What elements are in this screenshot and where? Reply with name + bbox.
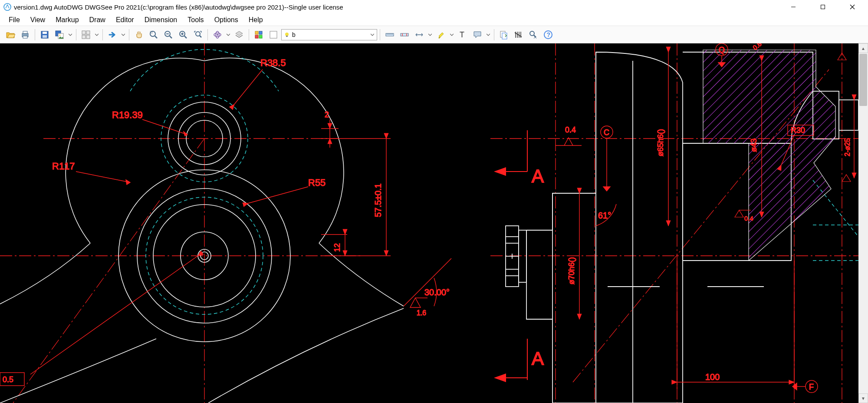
menu-file[interactable]: File: [3, 15, 25, 25]
scroll-down-button[interactable]: ▼: [858, 393, 868, 403]
help-button[interactable]: ?: [541, 28, 555, 42]
find-button[interactable]: A: [526, 28, 540, 42]
measure-area-button[interactable]: [412, 28, 426, 42]
minimize-button[interactable]: [785, 1, 802, 13]
toolbar-separator: [494, 29, 494, 40]
left-view: R38.5 R19.39 R117 R55: [0, 43, 451, 403]
svg-line-93: [404, 258, 451, 306]
measure-dropdown[interactable]: [427, 28, 433, 42]
thumbnail-button[interactable]: [79, 28, 93, 42]
toolbar-separator: [249, 29, 249, 40]
dim-r117: R117: [52, 161, 75, 172]
close-button[interactable]: [844, 1, 861, 13]
datum-f: F: [809, 383, 814, 391]
svg-rect-15: [86, 31, 90, 34]
lightbulb-icon: [284, 32, 289, 37]
menu-editor[interactable]: Editor: [111, 15, 139, 25]
copy-clipboard-button[interactable]: [497, 28, 511, 42]
zoom-window-button[interactable]: [147, 28, 161, 42]
tol-0-5: 0.5: [3, 375, 13, 384]
svg-rect-33: [255, 31, 258, 34]
svg-rect-35: [255, 35, 258, 38]
dim-angle-61: 61°: [598, 211, 611, 220]
svg-point-18: [150, 31, 155, 36]
dim-dia-65h6: ø65h6(): [656, 129, 665, 156]
count-button[interactable]: [512, 28, 526, 42]
svg-line-29: [200, 36, 201, 37]
thumbnail-dropdown[interactable]: [94, 28, 100, 42]
svg-rect-6: [23, 31, 27, 33]
svg-line-25: [184, 36, 187, 38]
open-button[interactable]: [3, 28, 17, 42]
svg-rect-14: [82, 31, 85, 34]
menu-tools[interactable]: Tools: [182, 15, 209, 25]
svg-point-32: [217, 34, 218, 36]
titlebar: version1.dwg AutoDWG DWGSee Pro 2021(c:\…: [0, 0, 868, 14]
layer-props-button[interactable]: [252, 28, 266, 42]
toolbar: T A ?: [0, 26, 868, 43]
menu-help[interactable]: Help: [243, 15, 268, 25]
maximize-button[interactable]: [814, 1, 832, 13]
scroll-track[interactable]: [858, 53, 868, 393]
highlight-button[interactable]: [434, 28, 448, 42]
menu-options[interactable]: Options: [209, 15, 243, 25]
zoom-out-button[interactable]: [161, 28, 175, 42]
svg-rect-10: [43, 35, 47, 38]
menu-markup[interactable]: Markup: [50, 15, 84, 25]
zoom-extents-button[interactable]: [191, 28, 205, 42]
scroll-thumb[interactable]: [859, 54, 867, 106]
layers-button[interactable]: [232, 28, 246, 42]
dim-dia-43: ø43: [750, 139, 758, 152]
surf-0-4a: 0.4: [565, 126, 576, 134]
svg-rect-36: [259, 35, 262, 38]
section-a-top: A: [532, 166, 544, 186]
comment-button[interactable]: [470, 28, 484, 42]
forward-button[interactable]: [105, 28, 119, 42]
svg-rect-37: [270, 31, 277, 38]
forward-dropdown[interactable]: [120, 28, 126, 42]
svg-rect-2: [821, 5, 825, 9]
dim-57-5: 57.5±0.1: [373, 183, 383, 217]
toolbar-separator: [129, 29, 129, 40]
save-button[interactable]: [38, 28, 52, 42]
text-button[interactable]: T: [456, 28, 470, 42]
drawing-canvas[interactable]: R38.5 R19.39 R117 R55: [0, 43, 868, 403]
3d-view-dropdown[interactable]: [225, 28, 231, 42]
toolbar-separator: [76, 29, 76, 40]
pan-button[interactable]: [132, 28, 146, 42]
dim-r30: R30: [791, 126, 805, 135]
window-title: version1.dwg AutoDWG DWGSee Pro 2021(c:\…: [14, 3, 785, 11]
save-image-button[interactable]: [53, 28, 66, 42]
svg-text:?: ?: [547, 31, 551, 38]
print-button[interactable]: [18, 28, 32, 42]
chevron-down-icon: [371, 33, 374, 36]
background-button[interactable]: [266, 28, 280, 42]
vertical-scrollbar[interactable]: ▲ ▼: [858, 43, 868, 403]
surf-0-4b: 0.4: [744, 215, 753, 222]
svg-rect-16: [82, 35, 85, 39]
scroll-up-button[interactable]: ▲: [858, 43, 868, 53]
dim-100: 100: [705, 372, 720, 382]
svg-line-79: [234, 69, 263, 104]
window-controls: [785, 1, 861, 13]
layer-input[interactable]: [292, 31, 368, 38]
svg-point-28: [196, 32, 200, 36]
datum-q: Q: [719, 46, 725, 54]
measure-distance-button[interactable]: [383, 28, 397, 42]
3d-view-button[interactable]: [210, 28, 224, 42]
menu-draw[interactable]: Draw: [84, 15, 111, 25]
layer-select[interactable]: [281, 29, 377, 40]
menu-dimension[interactable]: Dimension: [139, 15, 183, 25]
menu-view[interactable]: View: [25, 15, 50, 25]
svg-line-82: [248, 187, 308, 203]
save-image-dropdown[interactable]: [67, 28, 73, 42]
toolbar-separator: [207, 29, 208, 40]
zoom-in-button[interactable]: [176, 28, 190, 42]
highlight-dropdown[interactable]: [449, 28, 455, 42]
measure-cumulative-button[interactable]: [398, 28, 411, 42]
comment-dropdown[interactable]: [485, 28, 491, 42]
dim-2: 2: [325, 110, 329, 119]
dim-dia-70h6: ø70h6(): [567, 257, 576, 284]
dim-r19-39: R19.39: [112, 109, 143, 120]
app-icon: [3, 3, 11, 11]
